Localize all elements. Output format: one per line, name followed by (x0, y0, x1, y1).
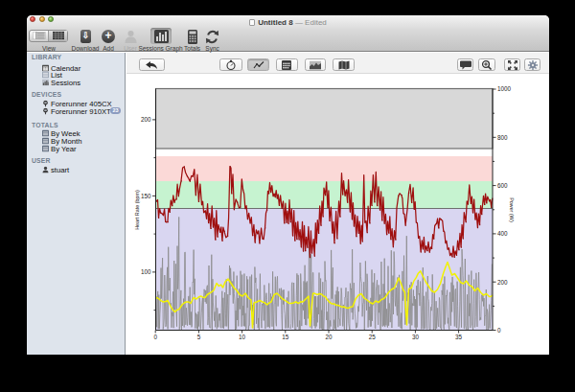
svg-text:200: 200 (141, 116, 151, 123)
svg-text:1000: 1000 (497, 85, 512, 92)
svg-text:200: 200 (497, 279, 508, 286)
svg-text:600: 600 (497, 182, 508, 189)
svg-text:5: 5 (197, 334, 201, 340)
svg-text:0: 0 (497, 327, 501, 334)
svg-text:20: 20 (325, 334, 333, 340)
svg-text:35: 35 (455, 334, 463, 340)
svg-text:10: 10 (239, 334, 246, 340)
svg-text:30: 30 (412, 334, 420, 340)
svg-text:Heart Rate (bpm): Heart Rate (bpm) (134, 190, 140, 230)
svg-text:0: 0 (153, 334, 157, 340)
svg-text:800: 800 (497, 134, 508, 141)
svg-text:15: 15 (282, 334, 289, 340)
svg-text:Power (W): Power (W) (509, 197, 515, 222)
svg-text:100: 100 (141, 268, 151, 275)
svg-text:400: 400 (497, 230, 508, 237)
svg-text:150: 150 (141, 193, 151, 199)
svg-text:25: 25 (369, 334, 377, 340)
